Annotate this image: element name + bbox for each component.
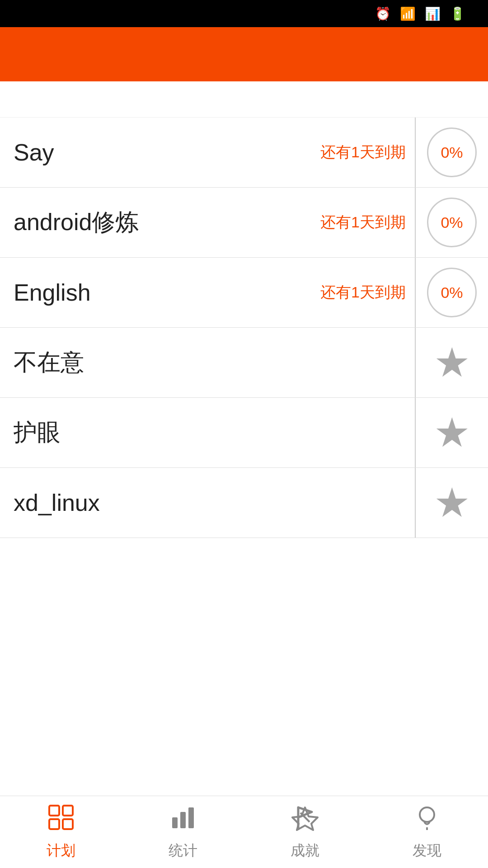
svg-rect-1	[63, 806, 73, 816]
wifi-icon: 📶	[400, 6, 416, 21]
star-icon[interactable]: ★	[434, 342, 470, 383]
plan-icon	[47, 804, 75, 837]
svg-rect-3	[63, 819, 73, 829]
nav-item-achieve[interactable]: 成就	[244, 804, 366, 861]
list-item[interactable]: 护眼★	[0, 398, 488, 468]
plan-status: 还有1天到期	[320, 212, 415, 233]
plan-right: ★	[416, 342, 488, 383]
nav-label-plan: 计划	[47, 841, 75, 861]
nav-label-stats: 统计	[169, 841, 197, 861]
stats-icon	[169, 804, 197, 837]
bottom-nav: 计划 统计 成就	[0, 796, 488, 868]
svg-rect-6	[188, 807, 194, 828]
plan-name: xd_linux	[14, 489, 415, 516]
progress-circle[interactable]: 0%	[427, 127, 477, 177]
progress-circle[interactable]: 0%	[427, 198, 477, 247]
svg-rect-0	[49, 806, 59, 816]
achieve-icon	[291, 804, 319, 837]
svg-rect-4	[172, 817, 178, 828]
discover-icon	[413, 804, 441, 837]
plan-right: ★	[416, 412, 488, 453]
plan-right: ★	[416, 482, 488, 523]
list-item[interactable]: android修炼还有1天到期0%	[0, 188, 488, 258]
banner	[0, 81, 488, 118]
star-icon[interactable]: ★	[434, 412, 470, 453]
svg-rect-2	[49, 819, 59, 829]
nav-item-discover[interactable]: 发现	[366, 804, 488, 861]
battery-icon: 🔋	[450, 6, 465, 21]
plan-name: 不在意	[14, 347, 415, 378]
plan-list: Say还有1天到期0%android修炼还有1天到期0%English还有1天到…	[0, 118, 488, 796]
header	[0, 27, 488, 81]
svg-rect-5	[180, 812, 186, 828]
plan-status: 还有1天到期	[320, 282, 415, 303]
star-icon[interactable]: ★	[434, 482, 470, 523]
list-item[interactable]: English还有1天到期0%	[0, 258, 488, 328]
list-item[interactable]: 不在意★	[0, 328, 488, 398]
signal-icon: 📊	[425, 6, 441, 21]
plan-name: English	[14, 279, 320, 306]
list-item[interactable]: Say还有1天到期0%	[0, 118, 488, 188]
plan-status: 还有1天到期	[320, 142, 415, 163]
plan-right: 0%	[416, 268, 488, 317]
nav-label-discover: 发现	[413, 841, 441, 861]
progress-circle[interactable]: 0%	[427, 268, 477, 317]
plan-right: 0%	[416, 198, 488, 247]
nav-label-achieve: 成就	[291, 841, 319, 861]
list-item[interactable]: xd_linux★	[0, 468, 488, 538]
nav-item-plan[interactable]: 计划	[0, 804, 122, 861]
svg-point-9	[420, 807, 434, 822]
plan-name: Say	[14, 139, 320, 166]
nav-item-stats[interactable]: 统计	[122, 804, 244, 861]
alarm-icon: ⏰	[375, 6, 391, 21]
plan-right: 0%	[416, 127, 488, 177]
plan-name: 护眼	[14, 417, 415, 448]
plan-name: android修炼	[14, 207, 320, 238]
status-bar: ⏰ 📶 📊 🔋	[0, 0, 488, 27]
